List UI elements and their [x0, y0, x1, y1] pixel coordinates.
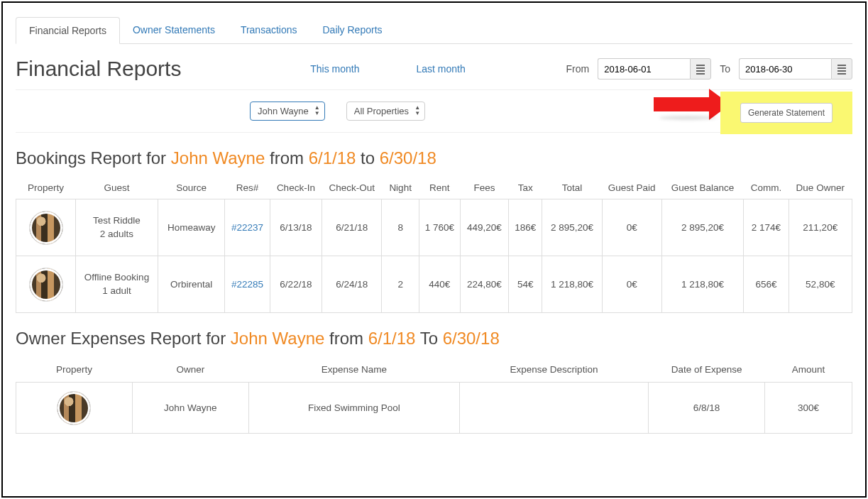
- guest-sub: 1 adult: [80, 285, 153, 298]
- property-avatar: [57, 391, 91, 425]
- cell-rent: 1 760€: [419, 199, 460, 256]
- cell-due-owner: 52,80€: [789, 256, 852, 313]
- col-amount: Amount: [765, 357, 852, 383]
- heading-date-to: 6/30/18: [380, 148, 436, 168]
- cell-total: 1 218,80€: [542, 256, 602, 313]
- expenses-table: Property Owner Expense Name Expense Desc…: [16, 357, 852, 434]
- col-expense-name: Expense Name: [248, 357, 459, 383]
- col-res: Res#: [225, 177, 270, 199]
- tab-daily-reports[interactable]: Daily Reports: [310, 17, 395, 43]
- cell-rent: 440€: [419, 256, 460, 313]
- table-row: Test Riddle2 adults Homeaway #22237 6/13…: [16, 199, 852, 256]
- cell-comm: 656€: [744, 256, 789, 313]
- col-tax: Tax: [509, 177, 542, 199]
- chevron-updown-icon: ▲▼: [414, 105, 420, 116]
- property-avatar: [29, 211, 63, 245]
- guest-sub: 2 adults: [80, 228, 153, 241]
- heading-text: Owner Expenses Report for: [16, 329, 231, 348]
- guest-name: Offline Booking: [80, 271, 153, 285]
- this-month-link[interactable]: This month: [310, 63, 359, 75]
- cell-expense-date: 6/8/18: [649, 383, 765, 434]
- guest-name: Test Riddle: [80, 214, 153, 228]
- cell-guest-balance: 1 218,80€: [661, 256, 744, 313]
- heading-text: to: [356, 148, 379, 168]
- bookings-table: Property Guest Source Res# Check-In Chec…: [16, 177, 852, 313]
- header-row: Financial Reports This month Last month …: [16, 44, 852, 90]
- property-avatar: [29, 268, 63, 302]
- last-month-link[interactable]: Last month: [416, 63, 465, 75]
- chevron-updown-icon: ▲▼: [314, 105, 320, 116]
- col-guest-balance: Guest Balance: [661, 177, 744, 199]
- col-expense-desc: Expense Description: [459, 357, 648, 383]
- report-tabs: Financial Reports Owner Statements Trans…: [16, 17, 852, 44]
- to-label: To: [720, 63, 730, 75]
- cell-checkin: 6/13/18: [270, 199, 322, 256]
- table-header-row: Property Owner Expense Name Expense Desc…: [16, 357, 852, 383]
- month-links: This month Last month: [310, 63, 466, 75]
- cell-amount: 300€: [765, 383, 852, 434]
- heading-date-from: 6/1/18: [309, 148, 356, 168]
- property-select[interactable]: All Properties ▲▼: [346, 102, 425, 121]
- cell-expense-desc: [459, 383, 648, 434]
- owner-select-value: John Wayne: [258, 106, 309, 116]
- heading-text: To: [415, 329, 442, 348]
- date-range: From To: [566, 58, 852, 79]
- table-header-row: Property Guest Source Res# Check-In Chec…: [16, 177, 852, 199]
- cell-tax: 186€: [509, 199, 542, 256]
- cell-guest-balance: 2 895,20€: [661, 199, 744, 256]
- table-row: Offline Booking1 adult Orbirental #22285…: [16, 256, 852, 313]
- cell-checkout: 6/21/18: [322, 199, 382, 256]
- heading-date-to: 6/30/18: [443, 329, 500, 348]
- col-property: Property: [16, 177, 76, 199]
- heading-text: from: [324, 329, 368, 348]
- from-label: From: [566, 63, 590, 75]
- col-owner: Owner: [132, 357, 248, 383]
- cell-fees: 449,20€: [460, 199, 508, 256]
- to-date-picker-button[interactable]: [831, 58, 852, 79]
- cell-owner: John Wayne: [132, 383, 248, 434]
- owner-select[interactable]: John Wayne ▲▼: [250, 102, 325, 121]
- col-checkin: Check-In: [270, 177, 322, 199]
- col-expense-date: Date of Expense: [649, 357, 765, 383]
- expenses-report-heading: Owner Expenses Report for John Wayne fro…: [16, 329, 852, 349]
- calendar-icon: [696, 65, 705, 73]
- heading-text: Bookings Report for: [16, 148, 171, 168]
- col-fees: Fees: [460, 177, 508, 199]
- col-comm: Comm.: [744, 177, 789, 199]
- col-guest: Guest: [76, 177, 158, 199]
- from-date-input[interactable]: [598, 58, 690, 79]
- tab-owner-statements[interactable]: Owner Statements: [120, 17, 228, 43]
- cell-night: 8: [382, 199, 419, 256]
- reservation-link[interactable]: #22237: [231, 222, 263, 233]
- heading-date-from: 6/1/18: [368, 329, 416, 348]
- cell-checkout: 6/24/18: [322, 256, 382, 313]
- heading-text: from: [265, 148, 308, 168]
- cell-due-owner: 211,20€: [789, 199, 852, 256]
- to-date-input[interactable]: [739, 58, 831, 79]
- cell-night: 2: [382, 256, 419, 313]
- col-total: Total: [542, 177, 602, 199]
- cell-comm: 2 174€: [744, 199, 789, 256]
- bookings-report-heading: Bookings Report for John Wayne from 6/1/…: [16, 148, 852, 168]
- table-row: John Wayne Fixed Swimming Pool 6/8/18 30…: [16, 383, 852, 434]
- cell-fees: 224,80€: [460, 256, 508, 313]
- page-title: Financial Reports: [16, 57, 181, 81]
- cell-expense-name: Fixed Swimming Pool: [248, 383, 459, 434]
- tab-transactions[interactable]: Transactions: [228, 17, 310, 43]
- col-source: Source: [158, 177, 225, 199]
- generate-statement-button[interactable]: Generate Statement: [740, 103, 833, 123]
- cell-tax: 54€: [509, 256, 542, 313]
- from-date-picker-button[interactable]: [690, 58, 711, 79]
- heading-owner: John Wayne: [231, 329, 325, 348]
- col-checkout: Check-Out: [322, 177, 382, 199]
- cell-checkin: 6/22/18: [270, 256, 322, 313]
- tab-financial-reports[interactable]: Financial Reports: [16, 17, 120, 44]
- cell-total: 2 895,20€: [542, 199, 602, 256]
- generate-highlight: Generate Statement: [720, 92, 852, 134]
- cell-guest-paid: 0€: [602, 199, 661, 256]
- cell-guest-paid: 0€: [602, 256, 661, 313]
- col-property: Property: [16, 357, 133, 383]
- reservation-link[interactable]: #22285: [231, 279, 263, 290]
- col-rent: Rent: [419, 177, 460, 199]
- col-night: Night: [382, 177, 419, 199]
